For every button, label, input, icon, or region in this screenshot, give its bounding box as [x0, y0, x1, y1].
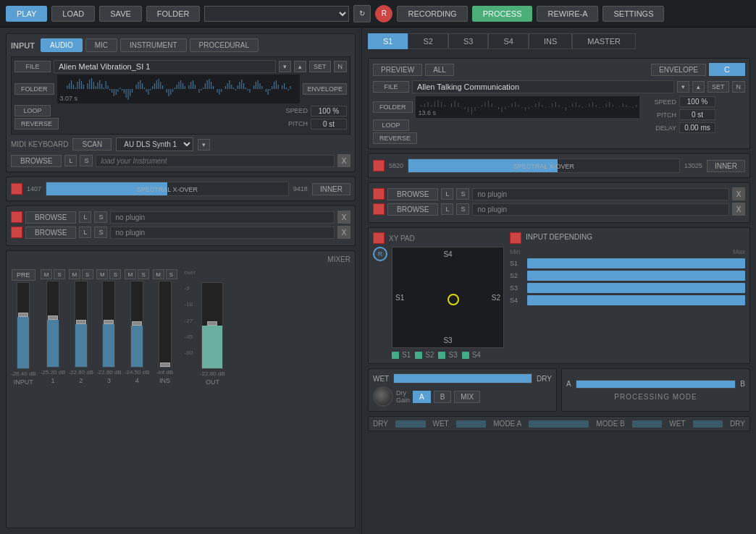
fader-handle-1[interactable] [48, 315, 58, 320]
m-btn-4[interactable]: M [125, 269, 136, 279]
id-bar-s4[interactable] [527, 295, 745, 305]
id-bar-s1[interactable] [527, 258, 745, 268]
id-bar-s2[interactable] [527, 271, 745, 281]
s1-up-btn[interactable]: ▴ [692, 81, 705, 93]
rtab-s4[interactable]: S4 [488, 33, 528, 49]
midi-dropdown-btn[interactable]: ▾ [198, 139, 210, 151]
settings-button[interactable]: SETTINGS [602, 6, 664, 22]
recording-button[interactable]: RECORDING [397, 6, 467, 22]
wet-bar[interactable] [393, 373, 532, 383]
rtab-s3[interactable]: S3 [448, 33, 488, 49]
refresh-icon[interactable]: ↻ [353, 5, 371, 22]
s1-loop-btn[interactable]: LOOP [373, 119, 409, 131]
l-btn-midi[interactable]: L [64, 155, 77, 166]
envelope-btn[interactable]: ENVELOPE [303, 83, 347, 95]
fader-ins[interactable] [159, 281, 172, 368]
reverse-button[interactable]: REVERSE [14, 118, 59, 130]
s1-folder-btn[interactable]: FOLDER [373, 101, 413, 113]
id-bar-s3[interactable] [527, 283, 745, 293]
plugin-s-1[interactable]: S [94, 211, 107, 223]
fader-handle-input[interactable] [18, 313, 28, 317]
fader-handle-4[interactable] [132, 321, 142, 326]
preset-dropdown[interactable] [204, 6, 349, 22]
plugin-browse-1[interactable]: BROWSE [25, 211, 76, 224]
m-btn-ins[interactable]: M [153, 269, 164, 279]
plugin-x-2[interactable]: X [337, 226, 350, 239]
plugin-browse-2[interactable]: BROWSE [25, 226, 76, 239]
s1-n-btn[interactable]: N [732, 81, 746, 93]
fader-input[interactable] [17, 282, 30, 369]
tab-instrument[interactable]: INSTRUMENT [120, 38, 187, 52]
s1-inner-btn[interactable]: INNER [707, 160, 745, 172]
rtab-ins[interactable]: INS [529, 33, 572, 49]
tab-procedural[interactable]: PROCEDURAL [190, 38, 259, 52]
set-btn[interactable]: SET [309, 61, 331, 72]
synth-dropdown[interactable]: AU DLS Synth 1 [116, 137, 193, 151]
fader-handle-3[interactable] [104, 320, 114, 324]
inner-button[interactable]: INNER [312, 183, 350, 195]
s1-plugin-x-1[interactable]: X [732, 187, 745, 200]
s-btn-3[interactable]: S [109, 269, 121, 279]
fader-3[interactable] [102, 281, 115, 368]
s1-plugin-browse-1[interactable]: BROWSE [387, 188, 438, 200]
bb-bar-center[interactable] [529, 420, 589, 428]
envelope-button[interactable]: ENVELOPE [651, 64, 706, 76]
s-btn-midi[interactable]: S [80, 155, 93, 166]
s1-plugin-l-2[interactable]: L [441, 203, 453, 215]
browse-button[interactable]: BROWSE [11, 155, 62, 167]
up-arrow[interactable]: ▴ [294, 61, 306, 72]
s-btn-ins[interactable]: S [166, 269, 177, 279]
bb-bar-right[interactable] [693, 420, 723, 428]
c-button[interactable]: C [709, 63, 745, 76]
fader-2[interactable] [75, 281, 88, 368]
load-button[interactable]: LOAD [51, 6, 95, 22]
fader-4[interactable] [130, 281, 143, 368]
bb-bar-mode-b[interactable] [632, 420, 663, 428]
fader-1[interactable] [46, 281, 59, 368]
s-btn-1[interactable]: S [54, 269, 65, 279]
plugin-x-1[interactable]: X [337, 211, 350, 224]
s1-dropdown-btn[interactable]: ▾ [677, 81, 689, 93]
folder-button[interactable]: FOLDER [146, 6, 201, 22]
rtab-s1[interactable]: S1 [368, 33, 408, 49]
a-btn[interactable]: A [413, 391, 431, 403]
s1-plugin-l-1[interactable]: L [441, 188, 453, 200]
all-button[interactable]: ALL [425, 64, 454, 76]
pre-button[interactable]: PRE [12, 269, 35, 281]
rtab-s2[interactable]: S2 [408, 33, 448, 49]
m-btn-3[interactable]: M [96, 269, 108, 279]
s1-reverse-btn[interactable]: REVERSE [373, 132, 417, 144]
spectral-bar[interactable]: SPECTRAL X-OVER [46, 182, 289, 196]
loop-button[interactable]: LOOP [14, 105, 51, 116]
s1-plugin-s-1[interactable]: S [456, 188, 469, 200]
bb-bar-mode-a[interactable] [456, 420, 487, 428]
instrument-input[interactable] [96, 155, 335, 167]
s1-plugin-s-2[interactable]: S [456, 203, 469, 215]
m-btn-1[interactable]: M [41, 269, 52, 279]
fader-handle-out[interactable] [207, 321, 217, 326]
dry-gain-knob[interactable] [373, 386, 393, 407]
rtab-master[interactable]: MASTER [572, 33, 636, 49]
xy-dot[interactable] [448, 294, 459, 305]
s1-set-btn[interactable]: SET [707, 81, 729, 93]
play-button[interactable]: PLAY [6, 6, 47, 22]
mix-btn[interactable]: MIX [454, 391, 480, 403]
fader-handle-2[interactable] [76, 320, 86, 324]
fader-handle-ins[interactable] [160, 363, 170, 367]
plugin-l-2[interactable]: L [79, 226, 91, 238]
tab-mic[interactable]: MIC [85, 38, 117, 52]
m-btn-2[interactable]: M [69, 269, 80, 279]
n-btn[interactable]: N [334, 61, 348, 72]
s1-file-button[interactable]: FILE [373, 81, 409, 93]
save-button[interactable]: SAVE [99, 6, 142, 22]
tab-audio[interactable]: AUDIO [41, 38, 83, 52]
scan-button[interactable]: SCAN [72, 138, 112, 151]
rewire-button[interactable]: REWIRE-A [537, 6, 598, 22]
folder-button[interactable]: FOLDER [14, 83, 54, 95]
s-btn-4[interactable]: S [138, 269, 149, 279]
s-btn-2[interactable]: S [82, 269, 93, 279]
s1-plugin-browse-2[interactable]: BROWSE [387, 203, 438, 216]
bb-bar-left[interactable] [395, 420, 426, 428]
dropdown-arrow[interactable]: ▾ [279, 61, 291, 72]
r-circle[interactable]: R [373, 247, 387, 261]
